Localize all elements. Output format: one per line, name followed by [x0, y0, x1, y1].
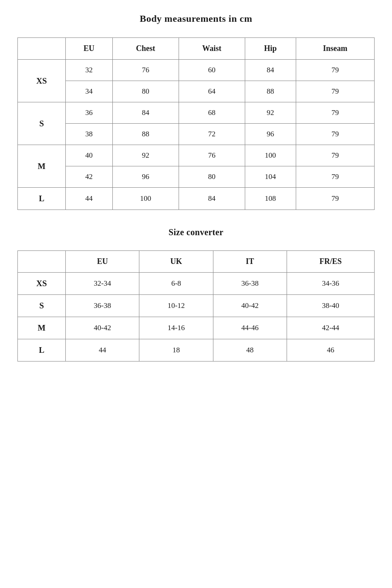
- conv-size-label: M: [18, 317, 66, 339]
- cell-inseam: 79: [296, 166, 374, 188]
- size-label: M: [18, 145, 66, 188]
- cell-hip: 92: [245, 102, 296, 124]
- cell-eu: 36: [66, 102, 113, 124]
- table-row: S3684689279: [18, 102, 375, 124]
- table-row: L441008410879: [18, 188, 375, 210]
- measurements-table-wrapper: EU Chest Waist Hip Inseam XS327660847934…: [17, 37, 375, 210]
- cell-eu: 42: [66, 166, 113, 188]
- table-row: S36-3810-1240-4238-40: [18, 295, 375, 317]
- table-row: XS32-346-836-3834-36: [18, 273, 375, 295]
- cell-waist: 80: [179, 166, 245, 188]
- conv-cell-uk: 14-16: [139, 317, 213, 339]
- cell-waist: 68: [179, 102, 245, 124]
- cell-chest: 84: [112, 102, 179, 124]
- conv-cell-it: 40-42: [213, 295, 287, 317]
- conv-cell-fres: 42-44: [287, 317, 374, 339]
- cell-hip: 104: [245, 166, 296, 188]
- cell-chest: 80: [112, 81, 179, 102]
- cell-hip: 96: [245, 124, 296, 145]
- size-label: S: [18, 102, 66, 145]
- conv-cell-it: 36-38: [213, 273, 287, 295]
- col-chest-header: Chest: [112, 38, 179, 60]
- measurements-table: EU Chest Waist Hip Inseam XS327660847934…: [17, 37, 375, 210]
- table-row: M40-4214-1644-4642-44: [18, 317, 375, 339]
- conv-cell-uk: 10-12: [139, 295, 213, 317]
- cell-waist: 72: [179, 124, 245, 145]
- measurements-header-row: EU Chest Waist Hip Inseam: [18, 38, 375, 60]
- conv-cell-eu: 32-34: [66, 273, 139, 295]
- table-row: 3480648879: [18, 81, 375, 102]
- table-row: L44184846: [18, 339, 375, 362]
- table-row: XS3276608479: [18, 60, 375, 81]
- cell-inseam: 79: [296, 102, 374, 124]
- cell-chest: 100: [112, 188, 179, 210]
- col-size-header: [18, 38, 66, 60]
- conv-col-eu-header: EU: [66, 251, 139, 273]
- conv-size-label: S: [18, 295, 66, 317]
- conv-size-label: XS: [18, 273, 66, 295]
- cell-inseam: 79: [296, 81, 374, 102]
- conv-cell-eu: 36-38: [66, 295, 139, 317]
- conv-cell-eu: 40-42: [66, 317, 139, 339]
- cell-eu: 32: [66, 60, 113, 81]
- cell-eu: 44: [66, 188, 113, 210]
- cell-chest: 96: [112, 166, 179, 188]
- conv-cell-eu: 44: [66, 339, 139, 362]
- cell-inseam: 79: [296, 124, 374, 145]
- conv-cell-it: 44-46: [213, 317, 287, 339]
- conv-cell-uk: 18: [139, 339, 213, 362]
- conv-cell-fres: 46: [287, 339, 374, 362]
- cell-chest: 92: [112, 145, 179, 166]
- cell-hip: 100: [245, 145, 296, 166]
- cell-inseam: 79: [296, 188, 374, 210]
- col-waist-header: Waist: [179, 38, 245, 60]
- converter-title: Size converter: [169, 227, 223, 237]
- converter-table-wrapper: EU UK IT FR/ES XS32-346-836-3834-36S36-3…: [17, 250, 375, 362]
- cell-waist: 76: [179, 145, 245, 166]
- cell-inseam: 79: [296, 60, 374, 81]
- conv-cell-fres: 34-36: [287, 273, 374, 295]
- converter-header-row: EU UK IT FR/ES: [18, 251, 375, 273]
- conv-col-size-header: [18, 251, 66, 273]
- cell-eu: 38: [66, 124, 113, 145]
- table-row: 42968010479: [18, 166, 375, 188]
- conv-cell-fres: 38-40: [287, 295, 374, 317]
- conv-cell-it: 48: [213, 339, 287, 362]
- cell-inseam: 79: [296, 145, 374, 166]
- cell-hip: 88: [245, 81, 296, 102]
- conv-col-uk-header: UK: [139, 251, 213, 273]
- cell-waist: 84: [179, 188, 245, 210]
- conv-size-label: L: [18, 339, 66, 362]
- col-eu-header: EU: [66, 38, 113, 60]
- conv-col-it-header: IT: [213, 251, 287, 273]
- converter-table: EU UK IT FR/ES XS32-346-836-3834-36S36-3…: [17, 250, 375, 362]
- size-label: L: [18, 188, 66, 210]
- cell-chest: 76: [112, 60, 179, 81]
- table-row: 3888729679: [18, 124, 375, 145]
- conv-col-fres-header: FR/ES: [287, 251, 374, 273]
- col-hip-header: Hip: [245, 38, 296, 60]
- cell-waist: 64: [179, 81, 245, 102]
- size-label: XS: [18, 60, 66, 102]
- cell-hip: 84: [245, 60, 296, 81]
- conv-cell-uk: 6-8: [139, 273, 213, 295]
- page-title: Body measurements in cm: [140, 13, 253, 24]
- cell-chest: 88: [112, 124, 179, 145]
- cell-eu: 34: [66, 81, 113, 102]
- cell-eu: 40: [66, 145, 113, 166]
- cell-waist: 60: [179, 60, 245, 81]
- col-inseam-header: Inseam: [296, 38, 374, 60]
- table-row: M40927610079: [18, 145, 375, 166]
- cell-hip: 108: [245, 188, 296, 210]
